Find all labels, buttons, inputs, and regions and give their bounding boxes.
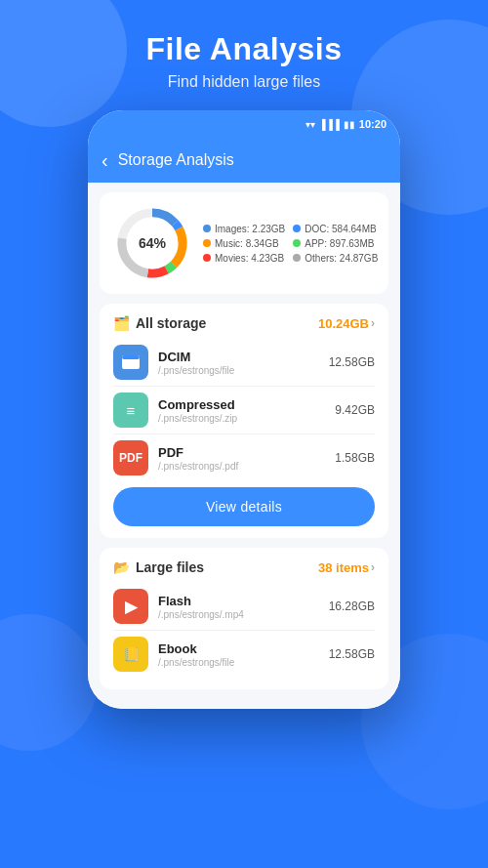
file-size: 12.58GB [329, 647, 375, 661]
all-storage-icon: 🗂️ [113, 315, 130, 331]
all-storage-card: 🗂️ All storage 10.24GB › DCIM /.pns/estr… [100, 304, 388, 538]
large-files-title-row: 📂 Large files [113, 559, 204, 575]
chart-legend: Images: 2.23GB DOC: 584.64MB Music: 8.34… [203, 224, 378, 264]
large-files-icon: 📂 [113, 559, 130, 575]
all-storage-title: All storage [136, 315, 206, 331]
legend-item: APP: 897.63MB [293, 238, 378, 249]
file-info: DCIM /.pns/estrongs/file [158, 350, 319, 376]
all-storage-total: 10.24GB [318, 316, 369, 331]
legend-dot [203, 225, 211, 232]
legend-item: DOC: 584.64MB [293, 224, 378, 234]
file-icon-dcim [113, 345, 148, 380]
page-subtitle: Find hidden large files [0, 73, 488, 91]
back-button[interactable]: ‹ [102, 150, 108, 170]
file-size: 9.42GB [335, 403, 375, 417]
status-time: 10:20 [359, 118, 386, 130]
legend-item: Others: 24.87GB [293, 253, 378, 264]
file-info: Ebook /.pns/estrongs/file [158, 641, 319, 668]
file-item[interactable]: PDF PDF /.pns/estrongs/.pdf 1.58GB [113, 434, 375, 481]
file-path: /.pns/estrongs/file [158, 657, 319, 668]
file-icon-ebook: 📒 [113, 637, 148, 672]
battery-icon: ▮▮ [344, 119, 355, 130]
large-files-header: 📂 Large files 38 items › [113, 559, 375, 575]
legend-label: APP: 897.63MB [305, 238, 374, 249]
donut-chart: 64% [113, 204, 191, 282]
large-files-list: ▶ Flash /.pns/estrongs/.mp4 16.28GB 📒 Eb… [113, 583, 375, 678]
view-details-button[interactable]: View details [113, 487, 375, 526]
file-size: 12.58GB [329, 355, 375, 369]
file-icon-compressed: ≡ [113, 393, 148, 428]
wifi-icon: ▾▾ [305, 119, 315, 130]
file-name: DCIM [158, 350, 319, 364]
page-title: File Analysis [0, 31, 488, 67]
legend-label: Others: 24.87GB [305, 253, 378, 264]
large-files-count: 38 items [318, 560, 369, 575]
large-files-title: Large files [136, 559, 204, 575]
file-icon-flash: ▶ [113, 589, 148, 624]
svg-rect-8 [122, 355, 140, 359]
legend-item: Images: 2.23GB [203, 224, 285, 234]
legend-label: Movies: 4.23GB [215, 253, 284, 264]
content-area: 64% Images: 2.23GB DOC: 584.64MB Music: … [88, 183, 400, 709]
legend-item: Movies: 4.23GB [203, 253, 285, 264]
legend-item: Music: 8.34GB [203, 238, 285, 249]
legend-dot [203, 254, 211, 262]
legend-dot [293, 225, 301, 232]
all-storage-meta[interactable]: 10.24GB › [318, 316, 375, 331]
file-path: /.pns/estrongs/file [158, 365, 319, 376]
legend-label: Images: 2.23GB [215, 224, 285, 234]
file-icon-pdf: PDF [113, 440, 148, 475]
all-storage-header: 🗂️ All storage 10.24GB › [113, 315, 375, 331]
file-size: 1.58GB [335, 451, 375, 465]
legend-label: DOC: 584.64MB [305, 224, 376, 234]
phone-mockup: ▾▾ ▐▐▐ ▮▮ 10:20 ‹ Storage Analysis [0, 110, 488, 709]
file-info: Compressed /.pns/estrongs/.zip [158, 397, 325, 424]
donut-percentage: 64% [139, 235, 166, 251]
large-file-item[interactable]: 📒 Ebook /.pns/estrongs/file 12.58GB [113, 630, 375, 678]
chart-card: 64% Images: 2.23GB DOC: 584.64MB Music: … [100, 192, 388, 294]
chart-row: 64% Images: 2.23GB DOC: 584.64MB Music: … [113, 204, 375, 282]
large-file-item[interactable]: ▶ Flash /.pns/estrongs/.mp4 16.28GB [113, 583, 375, 630]
large-files-chevron: › [371, 560, 375, 574]
file-name: Ebook [158, 641, 319, 656]
phone-body: ▾▾ ▐▐▐ ▮▮ 10:20 ‹ Storage Analysis [88, 110, 400, 709]
app-bar-title: Storage Analysis [118, 151, 234, 169]
large-files-meta[interactable]: 38 items › [318, 560, 375, 575]
page-header: File Analysis Find hidden large files [0, 0, 488, 110]
legend-label: Music: 8.34GB [215, 238, 279, 249]
file-name: PDF [158, 445, 325, 460]
status-icons: ▾▾ ▐▐▐ ▮▮ 10:20 [305, 118, 386, 130]
file-path: /.pns/estrongs/.zip [158, 413, 325, 424]
file-info: Flash /.pns/estrongs/.mp4 [158, 594, 319, 620]
file-size: 16.28GB [329, 599, 375, 613]
legend-dot [203, 239, 211, 247]
legend-dot [293, 239, 301, 247]
status-bar: ▾▾ ▐▐▐ ▮▮ 10:20 [88, 110, 400, 138]
file-name: Flash [158, 594, 319, 608]
all-storage-title-row: 🗂️ All storage [113, 315, 206, 331]
file-item[interactable]: ≡ Compressed /.pns/estrongs/.zip 9.42GB [113, 386, 375, 434]
file-path: /.pns/estrongs/.mp4 [158, 609, 319, 620]
file-item[interactable]: DCIM /.pns/estrongs/file 12.58GB [113, 339, 375, 386]
file-info: PDF /.pns/estrongs/.pdf [158, 445, 325, 472]
legend-dot [293, 254, 301, 262]
large-files-card: 📂 Large files 38 items › ▶ Flash /.pns/e… [100, 548, 388, 689]
file-name: Compressed [158, 397, 325, 412]
app-bar: ‹ Storage Analysis [88, 138, 400, 183]
all-storage-files: DCIM /.pns/estrongs/file 12.58GB ≡ Compr… [113, 339, 375, 481]
signal-icon: ▐▐▐ [319, 119, 340, 130]
file-path: /.pns/estrongs/.pdf [158, 461, 325, 472]
all-storage-chevron: › [371, 316, 375, 330]
